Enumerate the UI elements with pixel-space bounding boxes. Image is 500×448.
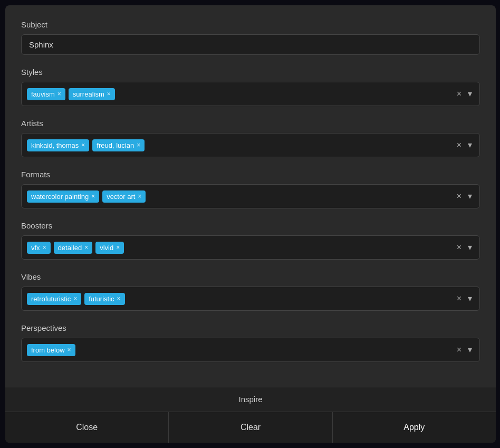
formats-dropdown-button[interactable]: ▾ [466,191,474,202]
artists-label: Artists [21,119,480,128]
modal-footer: Inspire Close Clear Apply [5,387,496,443]
vibes-controls: × ▾ [450,293,474,304]
tag-from-below-remove[interactable]: × [68,347,71,353]
boosters-dropdown-button[interactable]: ▾ [466,242,474,253]
vibes-dropdown-button[interactable]: ▾ [466,293,474,304]
inspire-row[interactable]: Inspire [5,387,496,412]
subject-input[interactable] [21,34,480,55]
tag-fauvism-remove[interactable]: × [57,91,61,97]
styles-section: Styles fauvism × surrealism × × ▾ [21,68,480,106]
tag-vivid-remove[interactable]: × [116,244,120,251]
perspectives-controls: × ▾ [450,345,474,355]
tag-watercolor-remove[interactable]: × [91,193,95,199]
perspectives-section: Perspectives from below × × ▾ [21,323,480,362]
artists-dropdown-button[interactable]: ▾ [466,140,474,150]
vibes-field[interactable]: retrofuturistic × futuristic × × ▾ [21,287,480,311]
boosters-label: Boosters [21,221,480,230]
tag-futuristic-text: futuristic [89,295,114,303]
tag-fauvism: fauvism × [27,88,65,100]
formats-field[interactable]: watercolor painting × vector art × × ▾ [21,184,480,208]
tag-freud-text: freud, lucian [97,141,134,149]
tag-vivid: vivid × [95,242,124,254]
formats-label: Formats [21,170,480,179]
artists-clear-button[interactable]: × [455,140,464,150]
perspectives-dropdown-button[interactable]: ▾ [466,345,474,355]
boosters-controls: × ▾ [450,242,474,253]
perspectives-field[interactable]: from below × × ▾ [21,338,480,362]
tag-fauvism-text: fauvism [31,90,55,98]
modal-body: Subject Styles fauvism × surrealism × [5,5,496,387]
tag-freud: freud, lucian × [92,139,145,151]
vibes-section: Vibes retrofuturistic × futuristic × × ▾ [21,272,480,311]
close-button[interactable]: Close [5,412,169,443]
tag-kinkaid: kinkaid, thomas × [27,139,89,151]
artists-section: Artists kinkaid, thomas × freud, lucian … [21,119,480,157]
tag-watercolor: watercolor painting × [27,190,99,203]
tag-watercolor-text: watercolor painting [31,193,89,201]
tag-detailed-text: detailed [58,244,82,252]
styles-label: Styles [21,68,480,77]
styles-field[interactable]: fauvism × surrealism × × ▾ [21,82,480,106]
tag-detailed-remove[interactable]: × [84,244,88,251]
tag-futuristic-remove[interactable]: × [117,296,121,302]
tag-vector-art-text: vector art [107,193,135,201]
modal: Subject Styles fauvism × surrealism × [5,5,496,443]
clear-button[interactable]: Clear [169,412,332,443]
tag-futuristic: futuristic × [84,293,124,305]
tag-kinkaid-text: kinkaid, thomas [31,141,79,149]
tag-retrofuturistic: retrofuturistic × [27,293,81,305]
perspectives-label: Perspectives [21,323,480,332]
overlay: Subject Styles fauvism × surrealism × [0,0,500,448]
formats-clear-button[interactable]: × [455,191,464,202]
boosters-field[interactable]: vfx × detailed × vivid × × ▾ [21,235,480,260]
action-row: Close Clear Apply [5,412,496,443]
tag-freud-remove[interactable]: × [137,142,140,148]
tag-retrofuturistic-text: retrofuturistic [31,295,71,303]
styles-clear-button[interactable]: × [455,89,464,99]
inspire-label: Inspire [238,395,262,404]
apply-button[interactable]: Apply [333,412,496,443]
tag-kinkaid-remove[interactable]: × [81,142,85,148]
tag-surrealism-remove[interactable]: × [107,91,111,97]
subject-section: Subject [21,20,480,55]
tag-vector-art-remove[interactable]: × [138,193,141,199]
vibes-label: Vibes [21,272,480,281]
tag-from-below: from below × [27,344,75,356]
tag-surrealism: surrealism × [69,88,115,100]
boosters-clear-button[interactable]: × [455,242,464,253]
styles-dropdown-button[interactable]: ▾ [466,89,474,99]
tag-retrofuturistic-remove[interactable]: × [73,296,77,302]
styles-controls: × ▾ [450,89,474,99]
tag-surrealism-text: surrealism [73,90,104,98]
formats-controls: × ▾ [450,191,474,202]
tag-detailed: detailed × [54,242,93,254]
subject-label: Subject [21,20,480,29]
tag-vector-art: vector art × [102,190,146,203]
tag-from-below-text: from below [31,346,65,354]
tag-vivid-text: vivid [100,244,113,252]
boosters-section: Boosters vfx × detailed × vivid × [21,221,480,260]
tag-vfx-text: vfx [31,244,40,252]
artists-controls: × ▾ [450,140,474,150]
tag-vfx: vfx × [27,242,51,254]
tag-vfx-remove[interactable]: × [43,244,46,251]
formats-section: Formats watercolor painting × vector art… [21,170,480,208]
perspectives-clear-button[interactable]: × [455,345,464,355]
vibes-clear-button[interactable]: × [455,293,464,304]
artists-field[interactable]: kinkaid, thomas × freud, lucian × × ▾ [21,133,480,157]
